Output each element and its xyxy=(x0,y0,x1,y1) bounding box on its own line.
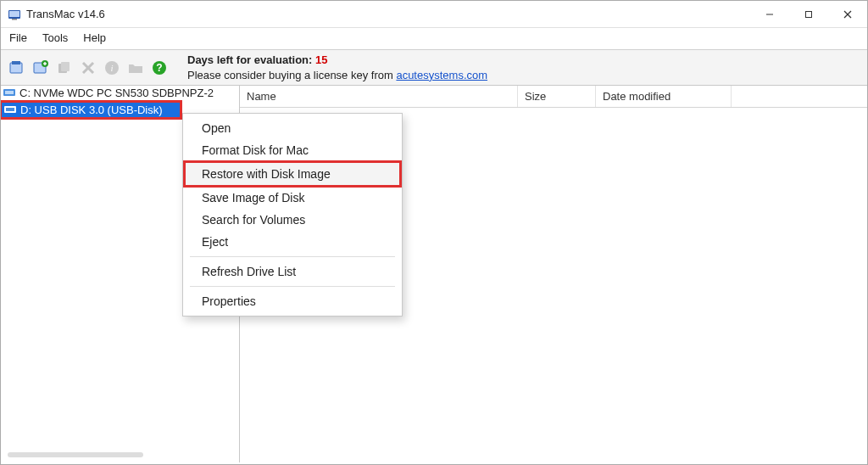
column-name[interactable]: Name xyxy=(240,86,518,107)
help-icon[interactable]: ? xyxy=(150,59,169,77)
ctx-separator xyxy=(190,256,395,257)
folder-icon[interactable] xyxy=(126,59,145,77)
ctx-format-mac[interactable]: Format Disk for Mac xyxy=(183,139,402,161)
svg-rect-2 xyxy=(12,19,17,20)
ctx-save-image[interactable]: Save Image of Disk xyxy=(183,187,402,209)
new-image-icon[interactable] xyxy=(31,59,50,77)
open-image-icon[interactable] xyxy=(8,59,26,77)
toolbar: i ? Days left for evaluation: 15 Please … xyxy=(1,50,867,86)
eval-label: Days left for evaluation: xyxy=(187,53,312,66)
vendor-link[interactable]: acutesystems.com xyxy=(396,69,487,81)
ctx-properties[interactable]: Properties xyxy=(183,290,402,312)
column-size[interactable]: Size xyxy=(518,86,596,107)
info-icon[interactable]: i xyxy=(103,59,121,77)
highlight-box: D: USB DISK 3.0 (USB-Disk) xyxy=(1,100,182,120)
close-button[interactable] xyxy=(828,1,867,28)
eval-subtext: Please consider buying a license key fro… xyxy=(187,69,396,81)
minimize-button[interactable] xyxy=(750,1,789,28)
drive-label: C: NVMe WDC PC SN530 SDBPNPZ-2 xyxy=(19,87,214,99)
svg-rect-8 xyxy=(12,61,20,64)
svg-text:?: ? xyxy=(156,62,162,74)
ctx-search-volumes[interactable]: Search for Volumes xyxy=(183,209,402,231)
svg-rect-4 xyxy=(806,11,812,17)
ctx-eject[interactable]: Eject xyxy=(183,231,402,253)
eval-days: 15 xyxy=(315,53,327,66)
drive-item-d[interactable]: D: USB DISK 3.0 (USB-Disk) xyxy=(2,103,180,117)
title-bar: TransMac v14.6 xyxy=(1,1,867,28)
svg-rect-14 xyxy=(61,62,70,71)
file-list-panel: Name Size Date modified Open Format Disk… xyxy=(240,86,867,462)
ctx-open[interactable]: Open xyxy=(183,117,402,139)
app-icon xyxy=(8,8,21,21)
menu-tools[interactable]: Tools xyxy=(42,31,68,44)
svg-rect-1 xyxy=(9,11,19,17)
column-spacer xyxy=(732,86,867,107)
menu-help[interactable]: Help xyxy=(83,31,106,44)
window-title: TransMac v14.6 xyxy=(26,8,105,20)
ctx-refresh[interactable]: Refresh Drive List xyxy=(183,261,402,283)
ctx-restore-disk-image[interactable]: Restore with Disk Image xyxy=(183,160,402,188)
delete-icon[interactable] xyxy=(79,59,97,77)
context-menu: Open Format Disk for Mac Restore with Di… xyxy=(182,113,403,317)
disk-icon xyxy=(3,87,16,99)
svg-rect-24 xyxy=(6,108,14,111)
drive-label: D: USB DISK 3.0 (USB-Disk) xyxy=(20,104,163,116)
svg-rect-22 xyxy=(5,91,14,94)
maximize-button[interactable] xyxy=(789,1,828,28)
menu-file[interactable]: File xyxy=(9,31,27,44)
evaluation-message: Days left for evaluation: 15 Please cons… xyxy=(187,53,487,82)
usb-disk-icon xyxy=(3,104,17,116)
workspace: C: NVMe WDC PC SN530 SDBPNPZ-2 D: USB DI… xyxy=(1,86,867,462)
svg-text:i: i xyxy=(110,63,113,73)
sidebar-scrollbar[interactable] xyxy=(8,452,143,457)
ctx-separator xyxy=(190,286,395,287)
drive-item-c[interactable]: C: NVMe WDC PC SN530 SDBPNPZ-2 xyxy=(1,86,239,100)
column-headers: Name Size Date modified xyxy=(240,86,867,108)
column-date[interactable]: Date modified xyxy=(596,86,732,107)
menu-bar: File Tools Help xyxy=(1,28,867,50)
copy-icon[interactable] xyxy=(55,59,74,77)
